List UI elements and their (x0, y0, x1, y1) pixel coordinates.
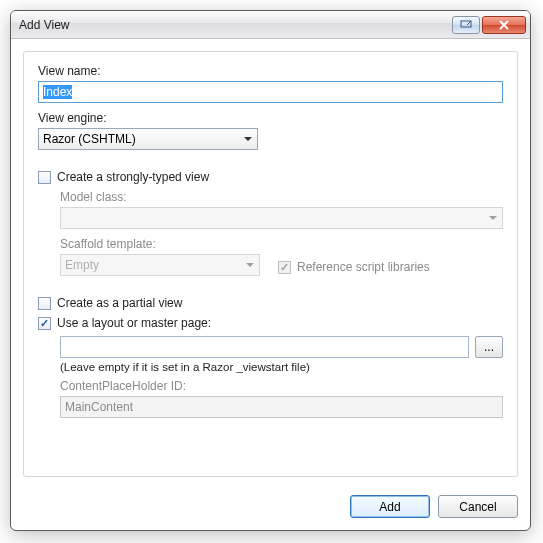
view-engine-select[interactable]: Razor (CSHTML) (38, 128, 258, 150)
layout-checkbox[interactable] (38, 317, 51, 330)
browse-button[interactable]: ... (475, 336, 503, 358)
dialog-footer: Add Cancel (11, 487, 530, 530)
view-name-label: View name: (38, 64, 503, 78)
layout-label: Use a layout or master page: (57, 316, 211, 330)
strongly-typed-checkbox[interactable] (38, 171, 51, 184)
model-class-label: Model class: (60, 190, 503, 204)
window-title: Add View (19, 18, 452, 32)
layout-row: Use a layout or master page: (38, 316, 503, 330)
cph-label: ContentPlaceHolder ID: (60, 379, 503, 393)
titlebar: Add View (11, 11, 530, 39)
close-icon (498, 20, 510, 30)
dialog-window: Add View View name: View engine: (10, 10, 531, 531)
strongly-typed-row: Create a strongly-typed view (38, 170, 503, 184)
partial-view-label: Create as a partial view (57, 296, 182, 310)
ref-scripts-checkbox (278, 261, 291, 274)
partial-view-checkbox[interactable] (38, 297, 51, 310)
layout-path-input[interactable] (60, 336, 469, 358)
partial-view-row: Create as a partial view (38, 296, 503, 310)
close-button[interactable] (482, 16, 526, 34)
dialog-content: View name: View engine: Razor (CSHTML) C… (11, 39, 530, 487)
ref-scripts-label: Reference script libraries (297, 260, 430, 274)
strongly-typed-section: Model class: Scaffold template: Empty (60, 190, 503, 284)
layout-section: ... (Leave empty if it is set in a Razor… (60, 336, 503, 418)
view-engine-row: View engine: Razor (CSHTML) (38, 111, 503, 150)
window-controls (452, 16, 528, 34)
strongly-typed-label: Create a strongly-typed view (57, 170, 209, 184)
scaffold-label: Scaffold template: (60, 237, 260, 251)
cancel-button[interactable]: Cancel (438, 495, 518, 518)
view-name-row: View name: (38, 64, 503, 103)
cph-input (60, 396, 503, 418)
view-name-input[interactable] (38, 81, 503, 103)
help-icon (460, 20, 472, 30)
layout-hint: (Leave empty if it is set in a Razor _vi… (60, 361, 503, 373)
form-group: View name: View engine: Razor (CSHTML) C… (23, 51, 518, 477)
add-button[interactable]: Add (350, 495, 430, 518)
model-class-select (60, 207, 503, 229)
view-engine-label: View engine: (38, 111, 503, 125)
scaffold-select: Empty (60, 254, 260, 276)
help-button[interactable] (452, 16, 480, 34)
